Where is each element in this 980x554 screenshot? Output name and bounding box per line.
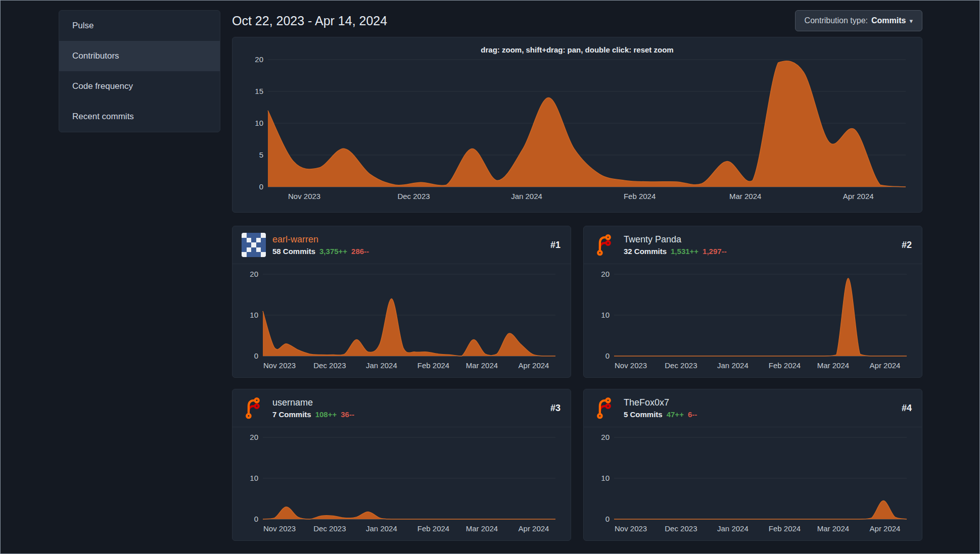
svg-text:10: 10 (250, 474, 258, 482)
svg-text:0: 0 (254, 515, 258, 523)
avatar[interactable] (242, 233, 266, 257)
contributor-chart-wrap: 01020Nov 2023Dec 2023Jan 2024Feb 2024Mar… (584, 427, 922, 540)
svg-text:10: 10 (601, 474, 610, 482)
deletions-count: 286-- (351, 247, 369, 256)
contributor-activity-chart[interactable]: 01020Nov 2023Dec 2023Jan 2024Feb 2024Mar… (242, 431, 562, 538)
deletions-count: 36-- (341, 410, 354, 419)
svg-text:Jan 2024: Jan 2024 (717, 361, 749, 370)
app-window: Pulse Contributors Code frequency Recent… (0, 0, 980, 554)
chevron-down-icon: ▾ (909, 17, 913, 25)
svg-text:0: 0 (254, 351, 258, 360)
svg-text:Mar 2024: Mar 2024 (817, 361, 849, 370)
contributor-chart-wrap: 01020Nov 2023Dec 2023Jan 2024Feb 2024Mar… (584, 264, 922, 377)
svg-text:Jan 2024: Jan 2024 (366, 524, 397, 533)
svg-text:Dec 2023: Dec 2023 (313, 361, 346, 370)
svg-text:Feb 2024: Feb 2024 (417, 361, 449, 370)
rank-badge: #2 (902, 240, 912, 250)
date-range-title: Oct 22, 2023 - Apr 14, 2024 (232, 14, 387, 28)
contributor-stats: 7 Commits 108++ 36-- (272, 410, 544, 419)
contributor-card-header: Twenty Panda 32 Commits 1,531++ 1,297-- … (584, 226, 922, 264)
svg-text:Mar 2024: Mar 2024 (729, 192, 761, 200)
svg-text:Dec 2023: Dec 2023 (397, 192, 430, 200)
contributor-activity-chart[interactable]: 01020Nov 2023Dec 2023Jan 2024Feb 2024Mar… (593, 268, 913, 375)
svg-text:20: 20 (601, 433, 610, 441)
svg-text:Feb 2024: Feb 2024 (417, 524, 449, 533)
contributor-card-header: earl-warren 58 Commits 3,375++ 286-- #1 (232, 226, 571, 264)
contributor-stats: 32 Commits 1,531++ 1,297-- (624, 247, 895, 256)
contributor-card: username 7 Commits 108++ 36-- #3 01020No… (232, 389, 571, 541)
svg-text:Apr 2024: Apr 2024 (519, 524, 549, 533)
identicon-avatar-icon (242, 233, 266, 257)
contributor-stats: 5 Commits 47++ 6-- (624, 410, 895, 419)
contributor-name-link[interactable]: Twenty Panda (624, 234, 681, 245)
additions-count: 108++ (315, 410, 337, 419)
sidebar-item-contributors[interactable]: Contributors (59, 41, 220, 71)
commit-count: 5 Commits (624, 410, 663, 419)
svg-text:Dec 2023: Dec 2023 (665, 524, 697, 533)
contributor-name-link[interactable]: TheFox0x7 (624, 397, 669, 408)
forgejo-logo-icon (593, 396, 617, 420)
contributor-card-header: username 7 Commits 108++ 36-- #3 (232, 389, 571, 427)
svg-text:Feb 2024: Feb 2024 (769, 524, 801, 533)
svg-text:Jan 2024: Jan 2024 (717, 524, 749, 533)
commit-count: 7 Commits (272, 410, 311, 419)
deletions-count: 6-- (688, 410, 697, 419)
svg-text:Nov 2023: Nov 2023 (263, 524, 296, 533)
contributor-meta: TheFox0x7 5 Commits 47++ 6-- (624, 397, 895, 419)
svg-text:Nov 2023: Nov 2023 (288, 192, 320, 200)
svg-text:0: 0 (605, 351, 610, 360)
contributor-card-header: TheFox0x7 5 Commits 47++ 6-- #4 (584, 389, 922, 427)
svg-text:Apr 2024: Apr 2024 (843, 192, 874, 200)
avatar[interactable] (593, 233, 617, 257)
contributor-chart-wrap: 01020Nov 2023Dec 2023Jan 2024Feb 2024Mar… (232, 264, 571, 377)
contribution-type-dropdown[interactable]: Contribution type: Commits ▾ (795, 10, 922, 31)
svg-text:Dec 2023: Dec 2023 (313, 524, 346, 533)
svg-text:Apr 2024: Apr 2024 (870, 361, 901, 370)
rank-badge: #3 (550, 403, 561, 414)
svg-text:Nov 2023: Nov 2023 (615, 524, 647, 533)
sidebar-item-pulse[interactable]: Pulse (59, 11, 220, 41)
svg-text:10: 10 (250, 311, 258, 319)
deletions-count: 1,297-- (703, 247, 727, 256)
svg-text:20: 20 (250, 433, 258, 441)
commit-count: 58 Commits (272, 247, 315, 256)
page-header: Oct 22, 2023 - Apr 14, 2024 Contribution… (232, 10, 922, 31)
chart-zoom-hint: drag: zoom, shift+drag: pan, double clic… (242, 45, 913, 54)
contributor-card: Twenty Panda 32 Commits 1,531++ 1,297-- … (583, 226, 922, 378)
svg-text:Nov 2023: Nov 2023 (615, 361, 647, 370)
additions-count: 47++ (667, 410, 684, 419)
contribution-type-value: Commits (871, 16, 906, 25)
svg-text:Apr 2024: Apr 2024 (870, 524, 901, 533)
commit-count: 32 Commits (624, 247, 667, 256)
contributor-name-link[interactable]: username (272, 397, 313, 408)
avatar[interactable] (593, 396, 617, 420)
contributor-name-link[interactable]: earl-warren (272, 234, 318, 245)
svg-text:Apr 2024: Apr 2024 (519, 361, 549, 370)
svg-text:Mar 2024: Mar 2024 (466, 361, 498, 370)
contributor-activity-chart[interactable]: 01020Nov 2023Dec 2023Jan 2024Feb 2024Mar… (242, 268, 562, 375)
contributor-meta: Twenty Panda 32 Commits 1,531++ 1,297-- (624, 234, 895, 256)
sidebar-item-code-frequency[interactable]: Code frequency (59, 71, 220, 102)
rank-badge: #1 (550, 240, 561, 250)
activity-sidebar: Pulse Contributors Code frequency Recent… (59, 10, 220, 132)
sidebar-item-recent-commits[interactable]: Recent commits (59, 102, 220, 132)
svg-text:Mar 2024: Mar 2024 (466, 524, 498, 533)
contributor-meta: earl-warren 58 Commits 3,375++ 286-- (272, 234, 544, 256)
svg-text:10: 10 (601, 311, 610, 319)
svg-text:Dec 2023: Dec 2023 (665, 361, 697, 370)
svg-text:0: 0 (605, 515, 610, 523)
avatar[interactable] (242, 396, 266, 420)
contributors-page: Oct 22, 2023 - Apr 14, 2024 Contribution… (232, 10, 922, 541)
contributor-chart-wrap: 01020Nov 2023Dec 2023Jan 2024Feb 2024Mar… (232, 427, 571, 540)
svg-text:Nov 2023: Nov 2023 (263, 361, 296, 370)
svg-text:5: 5 (259, 150, 263, 159)
additions-count: 3,375++ (319, 247, 347, 256)
contributor-grid: earl-warren 58 Commits 3,375++ 286-- #1 … (232, 226, 922, 541)
contributor-activity-chart[interactable]: 01020Nov 2023Dec 2023Jan 2024Feb 2024Mar… (593, 431, 913, 538)
svg-text:Jan 2024: Jan 2024 (511, 192, 542, 200)
forgejo-logo-icon (593, 233, 617, 257)
overall-contributions-chart[interactable]: 05101520Nov 2023Dec 2023Jan 2024Feb 2024… (242, 56, 913, 207)
contribution-type-label: Contribution type: (805, 16, 868, 25)
forgejo-logo-icon (242, 396, 266, 420)
additions-count: 1,531++ (671, 247, 698, 256)
